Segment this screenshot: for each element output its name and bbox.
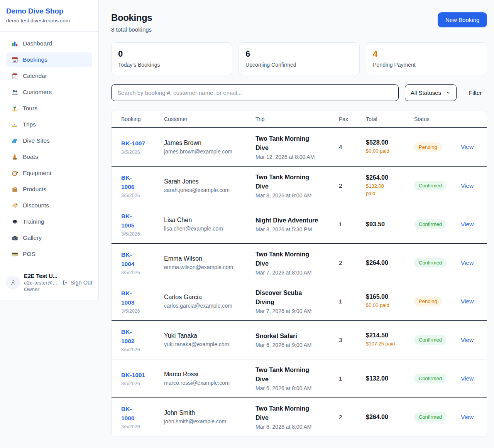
view-cell: View xyxy=(461,182,480,189)
search-input[interactable] xyxy=(111,84,399,101)
status-cell: Confirmed xyxy=(414,374,461,383)
sidebar-item-bookings[interactable]: 17Bookings xyxy=(6,52,92,67)
stat-card: 6Upcoming Confirmed xyxy=(239,42,360,75)
sidebar-item-dive-sites[interactable]: Dive Sites xyxy=(6,133,92,148)
user-role: Owner xyxy=(24,286,58,292)
view-link[interactable]: View xyxy=(461,337,474,343)
stats-row: 0Today's Bookings6Upcoming Confirmed4Pen… xyxy=(111,42,487,75)
booking-cell: BK- 10043/5/2026 xyxy=(121,250,164,275)
trip-datetime: Mar 7, 2026 at 8:00 AM xyxy=(255,269,333,276)
booking-cell: BK- 10053/5/2026 xyxy=(121,212,164,237)
total-amount: $93.50 xyxy=(366,221,408,228)
status-cell: Confirmed xyxy=(414,335,461,345)
customer-email: james.brown@example.com xyxy=(164,148,249,155)
trip-cell: Two Tank Morning DiveMar 8, 2026 at 8:00… xyxy=(255,173,339,199)
total-cell: $264.00$132.00 paid xyxy=(366,174,414,197)
status-filter-select[interactable]: All Statuses xyxy=(405,84,457,101)
tag-icon xyxy=(11,202,19,209)
customer-email: carlos.garcia@example.com xyxy=(164,303,249,309)
view-link[interactable]: View xyxy=(461,414,474,420)
customer-name: John Smith xyxy=(164,409,249,416)
trip-cell: Discover Scuba DivingMar 7, 2026 at 9:00… xyxy=(255,288,339,314)
sidebar-item-discounts[interactable]: Discounts xyxy=(6,198,92,213)
view-link[interactable]: View xyxy=(461,259,474,266)
sidebar-item-customers[interactable]: Customers xyxy=(6,85,92,99)
total-cell: $264.00 xyxy=(366,414,414,421)
sign-out-button[interactable]: Sign Out xyxy=(62,280,92,286)
sidebar-item-calendar[interactable]: Calendar xyxy=(6,69,92,83)
booking-id-link[interactable]: BK-1001 xyxy=(121,371,145,380)
credit-card-icon xyxy=(11,250,19,258)
booking-id-link[interactable]: BK- 1005 xyxy=(121,212,134,230)
view-cell: View xyxy=(461,337,480,344)
sidebar-item-training[interactable]: Training xyxy=(6,214,92,229)
customer-email: john.smith@example.com xyxy=(164,418,249,424)
booking-id-link[interactable]: BK- 1004 xyxy=(121,250,134,269)
chevron-down-icon xyxy=(446,90,451,95)
trip-name: Discover Scuba Diving xyxy=(255,288,333,307)
trip-datetime: Mar 6, 2026 at 8:00 AM xyxy=(255,424,333,430)
sidebar-item-dashboard[interactable]: Dashboard xyxy=(6,36,92,51)
view-link[interactable]: View xyxy=(461,143,474,150)
trip-name: Night Dive Adventure xyxy=(255,216,333,225)
customer-cell: Carlos Garciacarlos.garcia@example.com xyxy=(164,294,255,309)
calendar-date-icon: 17 xyxy=(11,56,19,64)
user-name: E2E Test U... xyxy=(24,273,58,279)
pax-cell: 1 xyxy=(339,375,366,382)
sidebar-nav: Dashboard17BookingsCalendarCustomersTour… xyxy=(0,32,98,267)
view-link[interactable]: View xyxy=(461,298,474,305)
sidebar-item-label: Dashboard xyxy=(23,40,52,47)
table-row: BK- 10033/5/2026Carlos Garciacarlos.garc… xyxy=(112,282,487,320)
tear-off-calendar-icon xyxy=(11,72,19,80)
status-badge: Confirmed xyxy=(414,335,447,345)
sidebar-item-equipment[interactable]: Equipment xyxy=(6,166,92,180)
sidebar-item-pos[interactable]: POS xyxy=(6,247,92,261)
trip-datetime: Mar 12, 2026 at 8:00 AM xyxy=(255,154,333,160)
sidebar-item-boats[interactable]: Boats xyxy=(6,150,92,164)
filter-button[interactable]: Filter xyxy=(469,89,482,96)
sidebar-item-label: Training xyxy=(23,218,44,225)
sidebar-item-label: POS xyxy=(23,251,36,258)
sidebar-item-gallery[interactable]: Gallery xyxy=(6,231,92,245)
status-cell: Confirmed xyxy=(414,219,461,229)
total-amount: $132.00 xyxy=(366,375,408,382)
view-cell: View xyxy=(461,298,480,305)
booking-id-link[interactable]: BK- 1003 xyxy=(121,289,134,307)
booking-id-link[interactable]: BK- 1000 xyxy=(121,404,134,423)
total-amount: $264.00 xyxy=(366,174,408,181)
sidebar-item-tours[interactable]: Tours xyxy=(6,101,92,116)
total-cell: $93.50 xyxy=(366,221,414,228)
pax-cell: 1 xyxy=(339,221,366,228)
trip-datetime: Mar 7, 2026 at 9:00 AM xyxy=(255,308,333,314)
view-link[interactable]: View xyxy=(461,182,474,189)
booking-id-link[interactable]: BK- 1006 xyxy=(121,173,134,192)
view-cell: View xyxy=(461,414,480,421)
sidebar-item-products[interactable]: Products xyxy=(6,182,92,197)
status-badge: Confirmed xyxy=(414,258,447,268)
status-badge: Confirmed xyxy=(414,219,447,229)
customer-cell: Emma Wilsonemma.wilson@example.com xyxy=(164,255,255,270)
bar-chart-icon xyxy=(11,40,19,47)
pax-cell: 1 xyxy=(339,298,366,305)
customer-cell: Lisa Chenlisa.chen@example.com xyxy=(164,217,255,232)
sidebar-item-trips[interactable]: Trips xyxy=(6,117,92,132)
view-link[interactable]: View xyxy=(461,221,474,227)
pax-cell: 2 xyxy=(339,414,366,421)
booking-date: 3/5/2026 xyxy=(121,381,158,386)
sidebar-item-label: Bookings xyxy=(23,56,47,63)
new-booking-button[interactable]: New Booking xyxy=(438,12,487,27)
trip-cell: Night Dive AdventureMar 8, 2026 at 5:30 … xyxy=(255,216,339,232)
total-cell: $214.50$107.25 paid xyxy=(366,332,414,348)
customer-name: Sarah Jones xyxy=(164,178,249,185)
view-link[interactable]: View xyxy=(461,375,474,382)
table-row: BK- 10003/5/2026John Smithjohn.smith@exa… xyxy=(112,397,487,436)
shop-name: Demo Dive Shop xyxy=(6,7,92,15)
booking-id-link[interactable]: BK-1007 xyxy=(121,139,145,148)
trip-datetime: Mar 8, 2026 at 8:00 AM xyxy=(255,192,333,199)
customer-cell: Sarah Jonessarah.jones@example.com xyxy=(164,178,255,193)
booking-id-link[interactable]: BK- 1002 xyxy=(121,327,134,346)
page-subtitle: 8 total bookings xyxy=(111,26,152,33)
total-cell: $165.00$0.00 paid xyxy=(366,293,414,309)
booking-cell: BK- 10033/5/2026 xyxy=(121,289,164,314)
sign-out-icon xyxy=(62,280,68,286)
